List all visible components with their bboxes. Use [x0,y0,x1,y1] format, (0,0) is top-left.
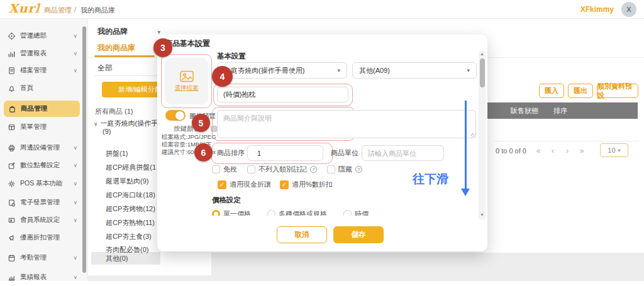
pagination-summary: 0 to 0 of 0 [496,147,526,155]
page-size-select[interactable]: 10 ▾ [600,143,628,157]
annotation-step-3: 3 [153,38,172,57]
pagination-next-button[interactable]: › [562,146,572,155]
category-select[interactable]: 一庭夯燒肉(操作手冊使用) ▾ [217,62,347,79]
brand-select-value: 我的品牌 [97,26,128,37]
category-item[interactable]: 嚴選單點肉(9) [106,177,148,186]
annotation-step-5: 5 [192,114,210,132]
pagination-prev-button[interactable]: ‹ [548,146,558,155]
sidebar-item-label: 營運報表 [20,49,47,58]
checked-checkbox-icon[interactable]: ✓ [218,180,226,189]
brand-select[interactable]: 我的品牌 ▾ [97,26,160,37]
code-select[interactable]: 其他(A09) ▾ [352,62,477,79]
image-icon [180,70,194,82]
filter-all[interactable]: 全部 [97,63,113,74]
user-name[interactable]: XFkimmy [580,5,614,14]
sidebar-item-peripheral-management[interactable]: 周邊設備管理 ∨ [8,141,84,155]
checkbox-icon[interactable] [327,165,335,173]
chevron-down-icon: ▾ [618,148,621,153]
category-item[interactable]: 夯肉配必魯(0) [106,245,148,255]
all-products-label[interactable]: 所有商品 (1) [95,107,133,116]
sidebar-item-label: 會員系統設定 [20,216,60,224]
sidebar-item-product-management[interactable]: 商品管理 [4,101,80,117]
sidebar-item-einvoice-management[interactable]: 電子發票管理 ∨ [8,195,84,209]
checkbox-icon[interactable] [212,165,220,173]
unit-input[interactable] [362,145,444,161]
checkbox-icon[interactable] [247,165,255,173]
sidebar-item-label: 周邊設備管理 [20,143,60,152]
product-name-input[interactable] [217,87,348,102]
checkbox-exclude-category-note[interactable]: 不列入類別註記 ? [247,165,317,174]
category-item[interactable]: 超CP經典拼盤(1 [106,163,156,172]
breadcrumb-section[interactable]: 商品管理 [44,6,72,15]
sidebar-item-home[interactable]: 首頁 [8,81,84,95]
category-item[interactable]: 超CP夯主食(3) [106,232,152,241]
sidebar-item-label: 考勤管理 [20,253,47,262]
category-parent[interactable]: ∨ 一庭夯燒肉(操作手 [94,119,158,128]
image-upload-box[interactable]: 選擇檔案 [165,58,208,104]
sidebar-item-member-system[interactable]: 會員系統設定 ∨ [8,213,84,227]
radio-selected-icon[interactable] [212,210,220,216]
checkbox-hidden[interactable]: 隱藏 ? [327,165,362,174]
category-preset-button[interactable]: 類別資料預設 [597,84,638,98]
sidebar-item-attendance[interactable]: 考勤管理 ∨ [8,251,84,265]
product-description-textarea[interactable] [217,110,476,138]
save-button[interactable]: 儲存 [333,226,384,243]
help-icon[interactable]: ? [355,166,362,173]
scroll-up-icon[interactable]: ▲ [479,52,486,56]
category-item[interactable]: 超CP海口味(18) [106,190,155,200]
pagination-last-button[interactable]: » [577,146,587,155]
calendar-icon [8,254,16,262]
sidebar-item-operation-reports[interactable]: 營運報表 ∨ [8,47,84,60]
scroll-hint-arrow-head [461,189,470,196]
document-icon [8,67,16,75]
checkbox-cash-discount[interactable]: ✓ 適用現金折讓 [218,180,271,189]
image-preview-toggle[interactable] [165,110,186,121]
tab-my-product-library[interactable]: 我的商品庫 [97,43,135,53]
radio-market-price[interactable]: 時價 [343,208,369,216]
radio-label: 多種價格或規格 [279,209,327,216]
scroll-down-icon[interactable]: ▼ [479,212,486,217]
sidebar-item-label: 數位點餐設定 [20,161,60,170]
breadcrumb-separator: / [74,6,76,13]
sidebar-scrollbar[interactable] [82,26,86,273]
radio-multi-price[interactable]: 多種價格或規格 [267,208,327,216]
sidebar-item-operations-hq[interactable]: 營運總部 ∨ [8,29,84,43]
pagination-first-button[interactable]: « [533,146,543,155]
basic-settings-heading: 基本設置 [217,52,246,61]
category-item-selected[interactable]: 其他(0) [106,254,128,263]
cancel-button[interactable]: 取消 [277,226,327,243]
sidebar-item-menu-management[interactable]: 菜單管理 [8,120,84,134]
upload-file-link[interactable]: 選擇檔案 [175,84,199,92]
chevron-down-icon: ▾ [157,29,160,35]
import-button[interactable]: 匯入 [539,84,564,98]
sidebar-item-pos-basic[interactable]: POS 基本功能 ∨ [8,177,84,190]
breadcrumb-current: 我的商品庫 [80,6,115,15]
checkbox-tax-free[interactable]: 免稅 [212,165,237,174]
resize-handle[interactable] [471,133,475,138]
radio-icon[interactable] [267,210,275,216]
export-button[interactable]: 匯出 [568,84,593,98]
brand-logo[interactable]: Xurl [9,1,40,15]
radio-icon[interactable] [343,210,352,216]
checkbox-label: 適用現金折讓 [230,180,271,189]
category-item[interactable]: 超CP夯熟物(11) [106,218,155,228]
checkbox-label: 隱藏 [338,165,352,174]
category-parent-count: (9) [103,128,111,135]
sidebar-item-performance-reports[interactable]: 業績報表 ∨ [8,270,84,281]
sidebar-item-file-management[interactable]: 檔案管理 ∨ [8,63,84,77]
category-item[interactable]: 拼盤(1) [106,149,128,158]
sort-order-input[interactable] [247,145,323,161]
scroll-hint-arrow-line [465,101,467,190]
bell-icon [8,84,16,92]
sidebar-item-digital-ordering[interactable]: 數位點餐設定 ∨ [8,158,84,172]
sidebar-item-discount-management[interactable]: 優惠折扣管理 [8,231,84,245]
checkbox-percent-discount[interactable]: ✓ 適用%數折扣 [280,180,333,189]
sort-label: 商品排序： [217,148,252,158]
category-item[interactable]: 超CP夯烤物(12) [106,204,155,214]
help-icon[interactable]: ? [310,166,317,173]
shopping-bag-icon [8,105,16,113]
radio-single-price[interactable]: 單一價格 [212,208,251,216]
modal-scrollbar-thumb[interactable] [480,58,485,87]
avatar[interactable]: X [621,2,636,17]
checked-checkbox-icon[interactable]: ✓ [280,180,289,189]
